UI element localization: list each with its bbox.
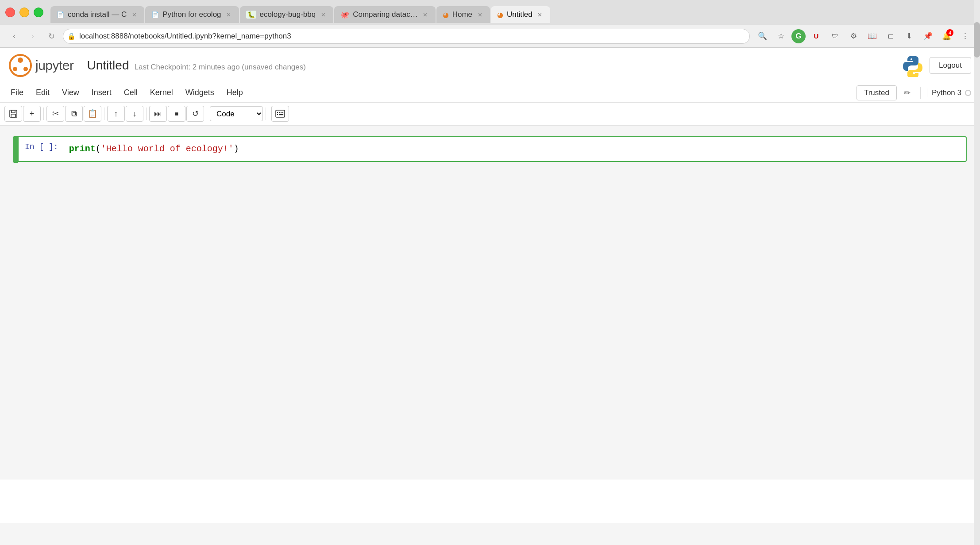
tab-close-button[interactable]: ✕ — [130, 11, 138, 19]
lock-icon: 🔒 — [67, 32, 76, 40]
menu-cell[interactable]: Cell — [118, 83, 144, 102]
menu-widgets[interactable]: Widgets — [179, 83, 220, 102]
search-button[interactable]: 🔍 — [754, 28, 770, 44]
move-up-button[interactable]: ↑ — [107, 106, 125, 122]
tab-doc-icon: 📄 — [57, 11, 64, 18]
jupyter-header-right: Logout — [901, 54, 971, 77]
add-cell-button[interactable]: + — [23, 106, 41, 122]
tab-close-button[interactable]: ✕ — [421, 11, 429, 19]
cell-container: In [ ]: print('Hello world of ecology!') — [13, 136, 967, 163]
menu-kernel-label: Kernel — [150, 88, 173, 97]
code-string-value: 'Hello world of ecology!' — [101, 144, 234, 154]
menu-help[interactable]: Help — [220, 83, 249, 102]
jupyter-app: jupyter Untitled Last Checkpoint: 2 minu… — [0, 48, 980, 523]
sidebar-button[interactable]: ⊏ — [883, 28, 899, 44]
jupyter-header: jupyter Untitled Last Checkpoint: 2 minu… — [0, 48, 980, 83]
pin-button[interactable]: 📌 — [920, 28, 936, 44]
tab-comparing[interactable]: 🐙 Comparing datac… ✕ — [334, 6, 435, 23]
settings-button[interactable]: ⚙ — [845, 28, 861, 44]
jupyter-logo: jupyter — [9, 54, 74, 77]
menu-insert[interactable]: Insert — [85, 83, 118, 102]
logout-button[interactable]: Logout — [930, 57, 971, 74]
code-keyword-print: print — [69, 144, 96, 154]
minimize-window-button[interactable] — [19, 8, 29, 17]
extension-button[interactable]: 🛡 — [827, 28, 843, 44]
address-input[interactable]: localhost:8888/notebooks/Untitled.ipynb?… — [63, 29, 750, 44]
tab-label: Home — [452, 10, 472, 19]
svg-point-1 — [18, 58, 23, 63]
separator — [920, 87, 921, 99]
scrollbar-thumb[interactable] — [974, 22, 980, 58]
separator-5 — [266, 107, 266, 120]
keyboard-icon — [275, 110, 285, 118]
save-button[interactable] — [4, 106, 22, 122]
traffic-lights — [5, 8, 43, 17]
restart-button[interactable]: ↺ — [186, 106, 204, 122]
menu-help-label: Help — [227, 88, 243, 97]
cell-code-editor[interactable]: print('Hello world of ecology!') — [65, 137, 966, 161]
interrupt-button[interactable]: ■ — [168, 106, 185, 122]
notebook-name[interactable]: Untitled — [87, 58, 129, 73]
tab-close-button[interactable]: ✕ — [319, 11, 327, 19]
checkpoint-text: Last Checkpoint: 2 minutes ago (unsaved … — [134, 63, 305, 72]
tab-python-ecology[interactable]: 📄 Python for ecolog ✕ — [145, 6, 239, 23]
code-paren-close: ) — [234, 144, 239, 154]
jupyter-logo-text: jupyter — [35, 58, 74, 73]
tab-jupyter-icon: ◕ — [443, 11, 449, 19]
tab-ecology-bug[interactable]: 🐛 ecology-bug-bbq ✕ — [240, 6, 334, 23]
menu-kernel[interactable]: Kernel — [144, 83, 179, 102]
run-all-before-button[interactable]: ⏭ — [149, 106, 167, 122]
reload-button[interactable]: ↻ — [44, 29, 58, 43]
tab-github-icon: 🐙 — [340, 11, 349, 19]
forward-button[interactable]: › — [26, 29, 40, 43]
close-window-button[interactable] — [5, 8, 15, 17]
jupyter-toolbar: + ✂ ⧉ 📋 ↑ ↓ ⏭ ■ ↺ Code — [0, 103, 980, 126]
address-bar-wrap: 🔒 localhost:8888/notebooks/Untitled.ipyn… — [63, 29, 750, 44]
svg-point-2 — [13, 67, 17, 71]
jupyter-menu: File Edit View Insert Cell Kernel Widget… — [0, 83, 980, 103]
scrollbar-track — [974, 0, 980, 545]
tab-icon: 🐛 — [246, 11, 256, 19]
notifications-badge[interactable]: 🔔 4 — [938, 28, 954, 44]
jupyter-notebook-title: Untitled Last Checkpoint: 2 minutes ago … — [87, 58, 306, 73]
tab-doc-icon: 📄 — [151, 11, 159, 18]
keyboard-shortcuts-button[interactable] — [271, 106, 289, 122]
cell-type-select[interactable]: Code — [210, 106, 263, 121]
move-down-button[interactable]: ↓ — [126, 106, 143, 122]
svg-rect-6 — [11, 114, 15, 117]
pencil-icon[interactable]: ✏ — [900, 88, 914, 98]
menu-edit-label: Edit — [36, 88, 50, 97]
cut-button[interactable]: ✂ — [46, 106, 64, 122]
tab-close-button[interactable]: ✕ — [476, 11, 484, 19]
python-logo-icon — [901, 54, 924, 77]
code-cell[interactable]: In [ ]: print('Hello world of ecology!') — [18, 136, 967, 162]
tab-close-button[interactable]: ✕ — [225, 11, 233, 19]
grammarly-button[interactable]: G — [791, 29, 806, 43]
tab-jupyter-icon: ◕ — [497, 11, 503, 19]
kernel-status-circle — [965, 90, 971, 96]
menu-edit[interactable]: Edit — [30, 83, 56, 102]
ublock-button[interactable]: U — [808, 28, 824, 44]
reader-button[interactable]: 📖 — [864, 28, 880, 44]
more-button[interactable]: ⋮ — [957, 28, 973, 44]
tab-conda-install[interactable]: 📄 conda install — C ✕ — [50, 6, 144, 23]
menu-file-label: File — [11, 88, 23, 97]
tab-close-button[interactable]: ✕ — [536, 11, 544, 19]
back-button[interactable]: ‹ — [7, 29, 21, 43]
bookmark-button[interactable]: ☆ — [773, 28, 789, 44]
trusted-button[interactable]: Trusted — [857, 85, 897, 100]
menu-widgets-label: Widgets — [185, 88, 214, 97]
menu-file[interactable]: File — [4, 83, 30, 102]
download-button[interactable]: ⬇ — [901, 28, 917, 44]
menu-view[interactable]: View — [56, 83, 85, 102]
kernel-name: Python 3 — [932, 88, 961, 97]
maximize-window-button[interactable] — [34, 8, 43, 17]
tab-untitled[interactable]: ◕ Untitled ✕ — [491, 6, 550, 23]
tab-label: Comparing datac… — [353, 10, 417, 19]
separator-1 — [43, 107, 44, 120]
svg-rect-7 — [276, 110, 285, 117]
kernel-info: Python 3 — [927, 88, 976, 97]
copy-button[interactable]: ⧉ — [65, 106, 83, 122]
tab-home[interactable]: ◕ Home ✕ — [436, 6, 490, 23]
paste-button[interactable]: 📋 — [84, 106, 101, 122]
